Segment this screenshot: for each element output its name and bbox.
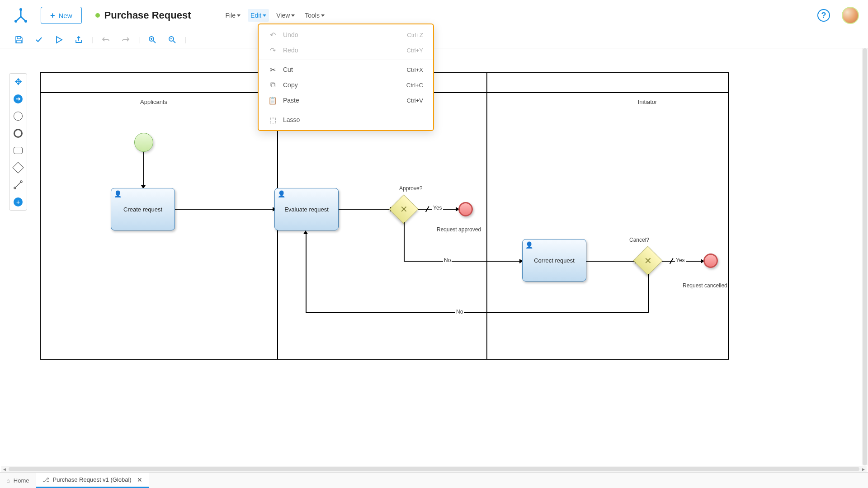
menu-view[interactable]: View [274, 9, 297, 22]
check-icon[interactable] [32, 33, 46, 47]
lasso-icon: ⬚ [269, 116, 277, 124]
svg-point-2 [24, 20, 27, 23]
task-evaluate-request[interactable]: 👤 Evaluate request [274, 188, 339, 230]
edit-cut[interactable]: ✂ Cut Ctrl+X [259, 62, 433, 77]
palette-sequence-arrow-icon[interactable] [13, 94, 24, 104]
user-task-icon: 👤 [114, 190, 122, 197]
tab-bar: ⌂ Home ⎇ Purchase Request v1 (Global) ✕ [0, 472, 868, 488]
svg-rect-4 [17, 40, 21, 43]
user-task-icon: 👤 [525, 241, 533, 249]
caret-down-icon [291, 14, 295, 17]
menu-tools[interactable]: Tools [302, 9, 327, 22]
edit-dropdown: ↶ Undo Ctrl+Z ↷ Redo Ctrl+Y ✂ Cut Ctrl+X… [258, 23, 434, 131]
task-create-request[interactable]: 👤 Create request [111, 188, 175, 230]
app-logo-icon[interactable] [12, 6, 30, 24]
gateway-cancel[interactable] [633, 246, 662, 275]
page-title: Purchase Request [104, 9, 191, 21]
toolbar: | | | [0, 31, 868, 48]
lane-initiator-label: Initiator [589, 99, 706, 105]
palette-add-icon[interactable]: + [13, 197, 24, 207]
user-avatar[interactable] [842, 7, 859, 24]
tab-home[interactable]: ⌂ Home [0, 473, 36, 488]
redo-icon[interactable] [118, 33, 133, 47]
save-icon[interactable] [12, 33, 26, 47]
gateway-cancel-label: Cancel? [629, 237, 649, 243]
export-icon[interactable] [71, 33, 86, 47]
menubar: File Edit View Tools [223, 9, 327, 22]
caret-down-icon [263, 14, 266, 17]
edit-paste[interactable]: 📋 Paste Ctrl+V [259, 93, 433, 108]
user-task-icon: 👤 [278, 190, 285, 197]
title-area: Purchase Request [95, 9, 191, 21]
zoom-out-icon[interactable] [165, 33, 179, 47]
close-tab-icon[interactable]: ✕ [137, 476, 142, 483]
undo-icon[interactable] [99, 33, 113, 47]
vertical-scrollbar[interactable] [862, 48, 868, 465]
edit-lasso[interactable]: ⬚ Lasso [259, 112, 433, 127]
edit-undo: ↶ Undo Ctrl+Z [259, 27, 433, 42]
home-icon: ⌂ [6, 477, 10, 484]
new-button[interactable]: + New [41, 7, 82, 24]
caret-down-icon [237, 14, 241, 17]
palette-start-event-icon[interactable] [13, 111, 24, 122]
scroll-right-icon[interactable]: ► [860, 466, 867, 472]
redo-icon: ↷ [269, 46, 277, 54]
palette-gateway-icon[interactable] [13, 162, 24, 173]
palette-connector-icon[interactable] [13, 179, 24, 190]
end-event-cancelled[interactable] [703, 253, 718, 268]
svg-point-9 [20, 181, 22, 183]
edit-redo: ↷ Redo Ctrl+Y [259, 42, 433, 58]
gateway-approve-label: Approve? [399, 185, 422, 192]
task-correct-request[interactable]: 👤 Correct request [522, 239, 586, 282]
start-event[interactable] [134, 133, 153, 152]
play-icon[interactable] [52, 33, 66, 47]
zoom-in-icon[interactable] [145, 33, 160, 47]
paste-icon: 📋 [269, 96, 277, 104]
flow-yes-label: Yes [675, 257, 686, 263]
svg-point-8 [14, 187, 16, 189]
svg-rect-3 [17, 37, 20, 39]
end-approved-label: Request approved [437, 226, 481, 233]
status-dot-icon [95, 13, 100, 18]
new-button-label: New [59, 12, 72, 19]
help-icon[interactable]: ? [817, 9, 830, 22]
flow-no-label: No [455, 309, 464, 315]
menu-file[interactable]: File [223, 9, 244, 22]
palette-end-event-icon[interactable] [13, 128, 24, 139]
app-header: + New Purchase Request File Edit View To… [0, 0, 868, 31]
end-event-approved[interactable] [458, 202, 473, 216]
cut-icon: ✂ [269, 66, 277, 74]
palette-move-icon[interactable]: ✥ [13, 76, 24, 87]
lane-applicants-label: Applicants [95, 99, 212, 105]
menu-edit[interactable]: Edit [248, 9, 269, 22]
tab-document[interactable]: ⎇ Purchase Request v1 (Global) ✕ [36, 473, 149, 488]
scroll-left-icon[interactable]: ◄ [1, 466, 8, 472]
flow-no-label: No [443, 257, 452, 263]
plus-icon: + [50, 11, 55, 20]
svg-point-0 [19, 8, 22, 11]
svg-point-1 [14, 20, 17, 23]
palette-task-icon[interactable] [13, 145, 24, 156]
end-cancelled-label: Request cancelled [683, 282, 727, 289]
undo-icon: ↶ [269, 31, 277, 39]
diagram-icon: ⎇ [42, 476, 49, 483]
flow-yes-label: Yes [432, 205, 443, 211]
copy-icon: ⧉ [269, 81, 277, 89]
horizontal-scrollbar[interactable]: ◄ ► [1, 466, 867, 472]
shapes-palette: ✥ + [9, 73, 27, 211]
gateway-approve[interactable] [389, 194, 418, 224]
caret-down-icon [321, 14, 325, 17]
edit-copy[interactable]: ⧉ Copy Ctrl+C [259, 77, 433, 93]
